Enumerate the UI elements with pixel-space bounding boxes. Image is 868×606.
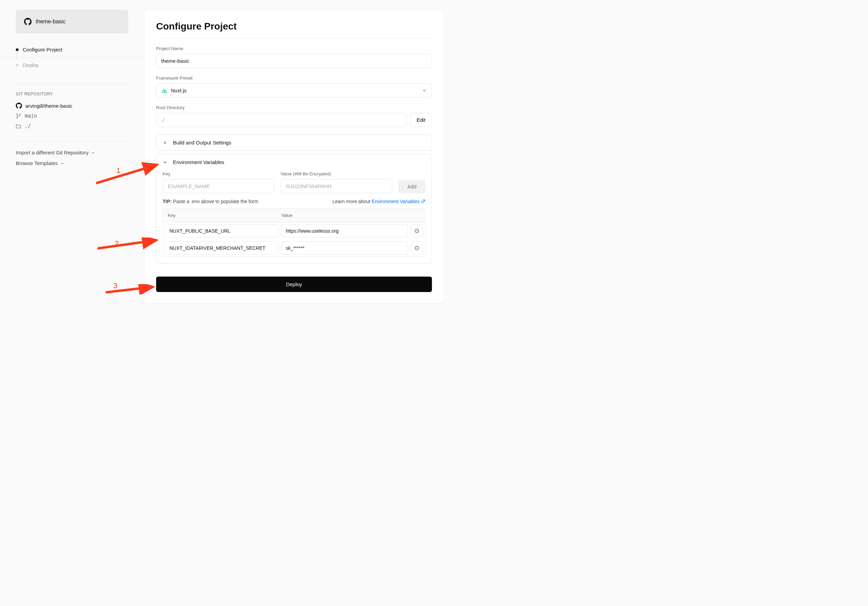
table-head-key: Key bbox=[168, 213, 281, 218]
remove-button[interactable] bbox=[411, 242, 423, 255]
env-key-cell[interactable] bbox=[165, 242, 279, 255]
env-learn-more: Learn more about Environment Variables bbox=[332, 199, 425, 204]
repo-card: theme-basic bbox=[16, 9, 128, 34]
framework-field: Framework Preset Nuxt.js bbox=[156, 76, 432, 98]
framework-select[interactable]: Nuxt.js bbox=[156, 84, 432, 98]
framework-label: Framework Preset bbox=[156, 76, 432, 81]
git-branch-line: main bbox=[16, 113, 128, 119]
remove-button[interactable] bbox=[411, 225, 423, 237]
nuxt-icon bbox=[161, 88, 167, 93]
import-repo-link[interactable]: Import a different Git Repository → bbox=[16, 150, 128, 155]
git-repo-line: arvingill/theme-basic bbox=[16, 102, 128, 109]
annotation-3: 3 bbox=[113, 281, 117, 290]
step-configure[interactable]: Configure Project bbox=[16, 45, 128, 54]
add-button[interactable]: Add bbox=[398, 180, 425, 193]
project-name-field: Project Name bbox=[156, 46, 432, 68]
table-row bbox=[163, 240, 425, 257]
annotation-1: 1 bbox=[116, 166, 121, 175]
env-value-cell[interactable] bbox=[281, 225, 408, 237]
env-key-label: Key bbox=[163, 171, 274, 177]
build-settings-toggle[interactable]: Build and Output Settings bbox=[157, 135, 432, 150]
chevron-right-icon bbox=[163, 140, 167, 145]
repo-name: theme-basic bbox=[36, 19, 65, 25]
env-learn-link[interactable]: Environment Variables bbox=[372, 199, 425, 204]
project-name-label: Project Name bbox=[156, 46, 432, 51]
minus-circle-icon bbox=[414, 229, 419, 233]
build-settings-label: Build and Output Settings bbox=[173, 139, 231, 146]
git-root-line: ./ bbox=[16, 123, 128, 129]
env-toggle[interactable]: Environment Variables bbox=[157, 154, 432, 170]
env-var-table: Key Value bbox=[163, 208, 425, 257]
deploy-button[interactable]: Deploy bbox=[156, 277, 432, 292]
main: Configure Project Project Name Framework… bbox=[144, 0, 450, 314]
root-dir-label: Root Directory bbox=[156, 105, 432, 110]
root-dir-input bbox=[156, 113, 406, 127]
framework-value: Nuxt.js bbox=[171, 87, 187, 93]
git-branch: main bbox=[25, 113, 37, 119]
root-dir-field: Root Directory Edit bbox=[156, 105, 432, 127]
git-root: ./ bbox=[25, 123, 31, 129]
chevron-down-icon bbox=[422, 88, 427, 93]
sidebar-links: Import a different Git Repository → Brow… bbox=[16, 150, 128, 166]
env-value-cell[interactable] bbox=[281, 242, 408, 255]
build-settings-accordion: Build and Output Settings bbox=[156, 135, 432, 150]
table-head-value: Value bbox=[281, 213, 420, 218]
minus-circle-icon bbox=[414, 246, 419, 251]
browse-templates-link[interactable]: Browse Templates → bbox=[16, 160, 128, 166]
env-accordion: Environment Variables Key Value (Will Be… bbox=[156, 154, 432, 263]
steps-list: Configure Project Deploy bbox=[16, 45, 128, 69]
page-title: Configure Project bbox=[156, 21, 432, 32]
edit-button[interactable]: Edit bbox=[410, 113, 432, 127]
github-icon bbox=[16, 102, 22, 109]
project-name-input[interactable] bbox=[156, 54, 432, 68]
git-repo-path: arvingill/theme-basic bbox=[25, 103, 72, 109]
svg-point-1 bbox=[17, 117, 17, 118]
svg-point-2 bbox=[19, 114, 20, 115]
env-section-label: Environment Variables bbox=[173, 159, 225, 165]
annotation-2: 2 bbox=[115, 239, 119, 248]
configure-panel: Configure Project Project Name Framework… bbox=[144, 9, 444, 303]
env-tip-text: Paste a .env above to populate the form bbox=[172, 199, 258, 204]
chevron-down-icon bbox=[163, 160, 167, 165]
env-value-label: Value (Will Be Encrypted) bbox=[281, 171, 392, 177]
env-tip: TIP: Paste a .env above to populate the … bbox=[163, 199, 258, 204]
svg-point-0 bbox=[17, 113, 17, 115]
env-key-input[interactable] bbox=[163, 179, 274, 193]
env-value-input[interactable] bbox=[281, 179, 392, 193]
branch-icon bbox=[16, 113, 21, 119]
env-key-cell[interactable] bbox=[165, 225, 279, 237]
table-row bbox=[163, 222, 425, 240]
env-tip-prefix: TIP: bbox=[163, 199, 172, 204]
github-icon bbox=[24, 18, 31, 25]
sidebar: theme-basic Configure Project Deploy GIT… bbox=[0, 0, 144, 314]
external-link-icon bbox=[421, 199, 425, 203]
folder-icon bbox=[16, 124, 21, 129]
step-deploy[interactable]: Deploy bbox=[16, 61, 128, 69]
git-section-label: GIT REPOSITORY bbox=[16, 91, 128, 96]
